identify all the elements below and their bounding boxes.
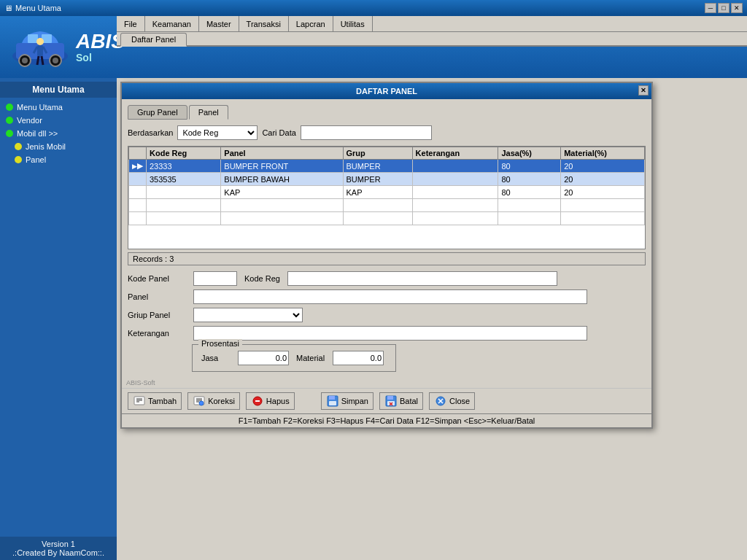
tab-panel[interactable]: Panel: [189, 105, 228, 120]
version-line2: .:Created By NaamCom::.: [0, 548, 117, 557]
sidebar-dot-vendor: [6, 117, 13, 124]
hapus-button[interactable]: Hapus: [246, 392, 295, 410]
logo-sub: Sol: [76, 52, 125, 63]
tab-bar: Daftar Panel: [117, 32, 747, 47]
minimize-button[interactable]: ─: [705, 3, 716, 13]
hotkeys-bar: F1=Tambah F2=Koreksi F3=Hapus F4=Cari Da…: [122, 413, 651, 427]
content-area: DAFTAR PANEL ✕ Grup Panel Panel Berdasar…: [117, 78, 747, 560]
sidebar-item-mobil[interactable]: Mobil dll >>: [0, 127, 117, 140]
batal-icon: [384, 394, 398, 408]
grup-panel-select[interactable]: [193, 308, 303, 322]
filter-select[interactable]: Kode Reg Panel Grup: [177, 125, 258, 140]
svg-rect-26: [329, 396, 335, 400]
table-row[interactable]: 353535 BUMPER BAWAH BUMPER 80 20: [129, 173, 645, 186]
sidebar-item-jenis-mobil[interactable]: Jenis Mobil: [0, 140, 117, 153]
sidebar-dot-panel: [15, 156, 22, 163]
nav-lapcran[interactable]: Lapcran: [289, 16, 333, 31]
svg-point-3: [22, 58, 28, 63]
maximize-button[interactable]: □: [718, 3, 729, 13]
koreksi-button[interactable]: Koreksi: [187, 392, 240, 410]
records-label: Records : 3: [133, 254, 174, 263]
prosentasi-row: Jasa 0.0 Material 0.0: [201, 351, 387, 365]
svg-rect-6: [28, 34, 38, 43]
hotkeys-text: F1=Tambah F2=Koreksi F3=Hapus F4=Cari Da…: [239, 416, 535, 425]
sidebar-title: Menu Utama: [0, 82, 117, 98]
row-indicator: [129, 173, 147, 186]
cell-keterangan: [412, 173, 498, 186]
prosentasi-box: Prosentasi Jasa 0.0 Material 0.0: [192, 344, 396, 372]
svg-line-13: [42, 56, 43, 65]
table-row-empty: [129, 199, 645, 212]
table-row[interactable]: KAP KAP 80 20: [129, 186, 645, 199]
form-row-kode: Kode Panel Kode Reg: [128, 271, 646, 286]
kode-reg-input[interactable]: [287, 271, 557, 286]
abis-soft-label: ABIS-Soft: [122, 378, 651, 388]
dialog: DAFTAR PANEL ✕ Grup Panel Panel Berdasar…: [120, 82, 653, 429]
tambah-label: Tambah: [148, 397, 177, 405]
tab-grup-panel[interactable]: Grup Panel: [128, 105, 187, 120]
svg-point-8: [36, 38, 44, 45]
dialog-body: Grup Panel Panel Berdasarkan Kode Reg Pa…: [122, 99, 651, 378]
col-grup[interactable]: Grup: [343, 147, 412, 160]
prosentasi-legend: Prosentasi: [198, 339, 242, 348]
simpan-label: Simpan: [341, 397, 368, 405]
simpan-button[interactable]: Simpan: [321, 392, 374, 410]
form-row-keterangan: Keterangan: [128, 326, 646, 341]
nav-file[interactable]: File: [117, 16, 145, 31]
col-panel[interactable]: Panel: [221, 147, 343, 160]
cari-data-input[interactable]: [301, 125, 432, 140]
jasa-label: Jasa: [201, 354, 231, 362]
col-jasa[interactable]: Jasa(%): [498, 147, 561, 160]
cell-keterangan: [412, 186, 498, 199]
sidebar-item-menu-utama[interactable]: Menu Utama: [0, 101, 117, 114]
toolbar: Tambah Koreksi: [122, 388, 651, 413]
keterangan-input[interactable]: [193, 326, 587, 341]
nav-transaksi[interactable]: Transaksi: [239, 16, 289, 31]
cell-grup: KAP: [343, 186, 412, 199]
window-close-button[interactable]: ✕: [731, 3, 743, 13]
table-scroll-area[interactable]: Kode Reg Panel Grup Keterangan Jasa(%) M…: [128, 147, 645, 249]
tab-daftar-panel[interactable]: Daftar Panel: [120, 33, 187, 47]
filter-row: Berdasarkan Kode Reg Panel Grup Cari Dat…: [128, 125, 646, 140]
col-kode-reg[interactable]: Kode Reg: [147, 147, 221, 160]
dialog-x-button[interactable]: ✕: [638, 85, 649, 96]
app-header: ABIS Sol File Keamanan Master Transaksi …: [0, 16, 747, 78]
close-icon: [434, 394, 447, 408]
close-button[interactable]: Close: [429, 392, 475, 410]
kode-panel-input[interactable]: [193, 271, 237, 286]
material-input[interactable]: 0.0: [333, 351, 384, 365]
cell-material: 20: [561, 160, 645, 173]
nav-master[interactable]: Master: [199, 16, 239, 31]
title-bar: 🖥 Menu Utama ─ □ ✕: [0, 0, 747, 16]
cell-panel: KAP: [221, 186, 343, 199]
version-bar: Version 1 .:Created By NaamCom::.: [0, 537, 117, 560]
col-material[interactable]: Material(%): [561, 147, 645, 160]
close-label: Close: [449, 397, 470, 405]
sidebar-item-vendor[interactable]: Vendor: [0, 114, 117, 127]
nav-keamanan[interactable]: Keamanan: [145, 16, 199, 31]
sidebar-label-jenis-mobil: Jenis Mobil: [26, 142, 66, 151]
jasa-input[interactable]: 0.0: [238, 351, 289, 365]
batal-label: Batal: [400, 397, 418, 405]
cell-keterangan: [412, 160, 498, 173]
material-label: Material: [296, 354, 325, 362]
panel-input[interactable]: [193, 289, 587, 304]
cell-material: 20: [561, 186, 645, 199]
form-row-grup: Griup Panel: [128, 308, 646, 322]
cell-panel: BUMPER BAWAH: [221, 173, 343, 186]
sidebar: Menu Utama Menu Utama Vendor Mobil dll >…: [0, 78, 117, 560]
cari-data-label: Cari Data: [262, 128, 295, 137]
svg-rect-9: [37, 45, 43, 56]
sidebar-item-panel[interactable]: Panel: [0, 153, 117, 166]
col-keterangan[interactable]: Keterangan: [412, 147, 498, 160]
cell-jasa: 80: [498, 173, 561, 186]
sidebar-label-vendor: Vendor: [17, 116, 42, 125]
tambah-button[interactable]: Tambah: [128, 392, 182, 410]
simpan-icon: [326, 394, 339, 408]
table-row[interactable]: ▶ 23333 BUMPER FRONT BUMPER 80 20: [129, 160, 645, 173]
sidebar-label-menu-utama: Menu Utama: [17, 103, 63, 112]
cell-jasa: 80: [498, 186, 561, 199]
cell-grup: BUMPER: [343, 173, 412, 186]
batal-button[interactable]: Batal: [379, 392, 423, 410]
nav-utilitas[interactable]: Utilitas: [333, 16, 373, 31]
